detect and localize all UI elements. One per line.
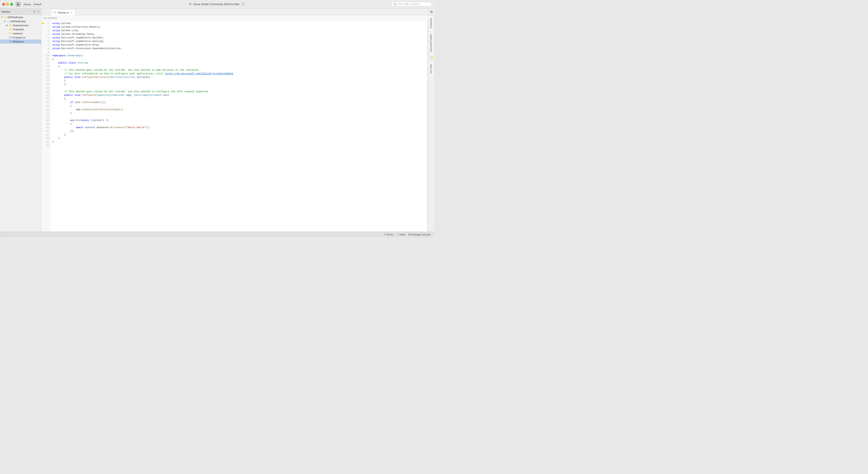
code-line-29: { [52,122,425,126]
tab-cs-icon: C# [54,11,56,14]
code-line-20: // This method gets called by the runtim… [52,90,425,93]
cs-icon-startup: C# [9,40,12,43]
code-line-1: using System; [52,22,425,25]
right-tab-unit-tests[interactable]: Unit Tests [429,61,434,76]
code-line-32: } [52,133,425,136]
code-line-4: using System.Threading.Tasks; [52,32,425,36]
folder-icon-dependencies: 📁 [9,24,12,27]
line-number-6: 6 [41,39,50,43]
code-line-5: using Microsoft.AspNetCore.Builder; [52,36,425,39]
package-icon: ⊞ [408,233,410,236]
minimize-button[interactable] [6,3,9,6]
close-button[interactable] [2,3,5,6]
line-number-15: 15 [41,72,50,75]
sidebar-icon-rect[interactable]: ⊟ [33,10,36,13]
code-line-7: using Microsoft.AspNetCore.Http; [52,43,425,47]
lightning-icon[interactable]: ⚡ [429,55,434,61]
line-number-16: 16 [41,75,50,79]
code-line-28: app.Run(async (context) => [52,119,425,122]
tree-label-dependencies: Dependencies [13,24,29,27]
toolbox-icon[interactable]: ⊞ [429,8,434,15]
code-line-26: } [52,111,425,115]
code-line-11: { [52,58,425,61]
sidebar-header: Solution ⊟ ✕ [0,8,41,15]
right-sidebar: ⊞ Properties Document Outline ⚡ Unit Tes… [429,8,434,232]
sidebar-icon-close[interactable]: ✕ [37,10,40,13]
tab-next-button[interactable]: › [46,10,50,14]
right-tab-document-outline[interactable]: Document Outline [429,31,434,55]
code-line-34: } [52,140,425,144]
errors-status-item[interactable]: ✕ Errors [382,233,395,236]
no-selection-text: No selection [44,17,58,19]
errors-label: Errors [387,233,394,236]
debug-separator: › [32,3,33,6]
tab-startup[interactable]: C# Startup.cs ✕ [51,9,75,15]
line-number-8: 8 [41,47,50,50]
tree-label-startup: Startup.cs [13,40,24,43]
line-number-27: 27 [41,115,50,119]
line-number-35: 35 [41,144,50,147]
code-line-22: { [52,97,425,100]
line-number-7: 7 [41,43,50,47]
toolbar-left: ▶ Debug › Default [16,2,43,7]
debug-label: Debug [24,3,31,6]
line-number-33: 33 [41,136,50,140]
code-line-25: app.UseDeveloperExceptionPage(); [52,108,425,111]
tree-item-wwwroot[interactable]: ▶ 📁 wwwroot [0,31,41,35]
code-editor[interactable]: 1 2 3 4 5 6 7 8 9 10 11 12 13 14 15 16 [41,21,429,232]
code-line-8: using Microsoft.Extensions.DependencyInj… [52,47,425,50]
tree-arrow-project: ▼ [4,20,6,23]
tree-item-dependencies[interactable]: ▶ 📁 Dependencies [0,23,41,27]
tree-item-solution[interactable]: ▼ 📁 ASPNetEmpty [0,15,41,19]
cs-icon-program: C# [9,36,12,39]
code-line-17: { [52,79,425,83]
run-button[interactable]: ▶ [16,2,21,7]
folder-icon-wwwroot: 📁 [9,32,12,35]
line-number-21: 21 [41,93,50,97]
vs-logo-icon: ⊞ [189,3,191,6]
tab-prev-button[interactable]: ‹ [42,10,46,14]
scroll-indicator[interactable] [427,21,429,232]
tasks-status-item[interactable]: ✓ Tasks [395,233,407,236]
code-line-19 [52,86,425,90]
tree-arrow-dependencies: ▶ [6,24,9,27]
line-number-5: 5 [41,36,50,39]
line-number-30: 30 [41,126,50,129]
search-bar[interactable]: 🔍 Press ⌘K to search [391,2,432,6]
line-number-10: 10 [41,54,50,58]
breakpoint-indicator [42,23,44,24]
code-line-33: } [52,136,425,140]
code-line-24: { [52,104,425,108]
sidebar-title: Solution [1,10,10,13]
code-line-6: using Microsoft.AspNetCore.Hosting; [52,39,425,43]
help-button[interactable]: ? [241,2,245,6]
tab-close-button[interactable]: ✕ [70,11,73,14]
line-number-4: 4 [41,32,50,36]
title-center: ⊞ Visual Studio Community 2019 for Mac ? [43,2,391,6]
tree-item-project[interactable]: ▼ ⬡ ASPNetEmpty [0,19,41,23]
line-number-14: 14 [41,68,50,72]
search-icon: 🔍 [393,3,397,6]
line-number-32: 32 [41,133,50,136]
line-number-25: 25 [41,108,50,111]
line-number-20: 20 [41,90,50,93]
right-tab-properties[interactable]: Properties [429,15,434,31]
maximize-button[interactable] [10,3,13,6]
line-number-24: 24 [41,104,50,108]
code-content[interactable]: using System; using System.Collections.G… [51,21,427,232]
tree-item-startup[interactable]: ▶ C# Startup.cs [0,39,41,43]
debug-config[interactable]: Debug › Default [22,2,43,6]
line-number-34: 34 [41,140,50,144]
line-number-29: 29 [41,122,50,126]
line-numbers: 1 2 3 4 5 6 7 8 9 10 11 12 13 14 15 16 [41,21,51,232]
code-line-16: public void ConfigureServices(IServiceCo… [52,75,425,79]
tree-item-program[interactable]: ▶ C# Program.cs [0,35,41,39]
code-line-31: }); [52,129,425,133]
line-number-23: 23 [41,100,50,104]
package-console-status-item[interactable]: ⊞ Package Console [407,233,432,236]
code-line-21: public void Configure(IApplicationBuilde… [52,93,425,97]
code-line-10: namespace ASPNetEmpty [52,54,425,58]
tree-label-solution: ASPNetEmpty [7,16,23,19]
tree-item-properties[interactable]: ▶ 📁 Properties [0,27,41,31]
line-number-28: 28 [41,119,50,122]
